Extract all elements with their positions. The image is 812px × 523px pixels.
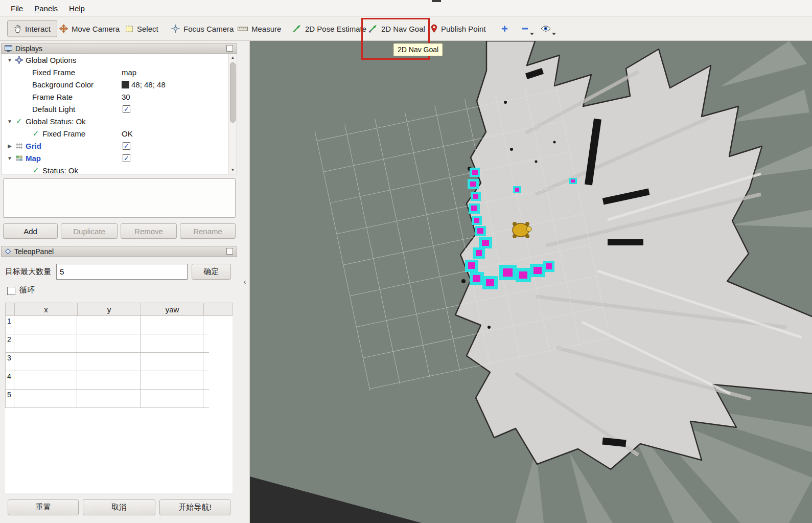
robot-model[interactable] — [513, 222, 531, 238]
zoom-in-button[interactable] — [501, 25, 508, 33]
nav-goal-tool-button[interactable]: 2D Nav Goal — [368, 25, 425, 33]
cell-y[interactable] — [77, 353, 141, 371]
scroll-up-icon[interactable]: ▲ — [229, 54, 237, 61]
cell-y[interactable] — [77, 334, 141, 352]
tree-row-global-options[interactable]: ▼ Global Options — [2, 54, 237, 66]
menu-help[interactable]: Help — [63, 2, 90, 15]
dropdown-caret-icon[interactable] — [552, 33, 556, 35]
cell-x[interactable] — [14, 353, 77, 371]
status-ok-check-icon: ✓ — [31, 129, 41, 138]
publish-point-tool-button[interactable]: Publish Point — [431, 25, 486, 33]
toolbar: Interact Move Camera Select Focus Camera… — [0, 17, 812, 41]
tree-row-frame-rate[interactable]: Frame Rate 30 — [2, 90, 237, 103]
cell-yaw[interactable] — [141, 334, 203, 352]
displays-panel-header[interactable]: Displays — [1, 43, 237, 54]
cell-y[interactable] — [77, 390, 141, 407]
ruler-icon — [238, 26, 248, 32]
menu-file[interactable]: File — [5, 2, 29, 15]
table-row: 5 — [5, 390, 209, 408]
background-color-value[interactable]: 48; 48; 48 — [131, 80, 166, 89]
plus-icon — [501, 25, 508, 33]
measure-tool-button[interactable]: Measure — [238, 25, 281, 33]
column-header-y[interactable]: y — [78, 303, 141, 315]
fixed-frame-value[interactable]: map — [122, 68, 136, 77]
default-light-checkbox[interactable]: ✓ — [123, 105, 130, 113]
tree-row-default-light[interactable]: Default Light ✓ — [2, 103, 237, 115]
tree-row-label: Frame Rate — [32, 93, 73, 101]
frame-rate-value[interactable]: 30 — [122, 93, 130, 101]
panel-float-button[interactable] — [226, 248, 233, 255]
check-icon: ✓ — [124, 143, 129, 149]
row-number: 1 — [6, 316, 14, 334]
select-tool-button[interactable]: Select — [125, 25, 158, 33]
confirm-button[interactable]: 确定 — [192, 264, 231, 280]
tree-scrollbar[interactable]: ▲ ▼ — [228, 54, 237, 174]
map-scene — [250, 41, 812, 523]
cell-yaw[interactable] — [141, 316, 203, 334]
displays-icon — [5, 45, 12, 52]
grid-enabled-checkbox[interactable]: ✓ — [123, 142, 130, 150]
status-value: OK — [122, 129, 133, 138]
tool-label: Focus Camera — [183, 25, 234, 33]
3d-viewport[interactable] — [249, 41, 812, 523]
color-swatch[interactable] — [122, 81, 129, 88]
loop-label: 循环 — [19, 285, 35, 295]
cell-y[interactable] — [77, 316, 141, 334]
panel-collapse-handle[interactable]: ‹ — [242, 274, 248, 288]
cell-x[interactable] — [14, 371, 77, 389]
zoom-out-button[interactable] — [521, 25, 529, 33]
tree-row-global-status[interactable]: ▼ ✓ Global Status: Ok — [2, 115, 237, 127]
expander-open-icon[interactable]: ▼ — [6, 155, 14, 161]
row-number: 3 — [6, 353, 14, 371]
scroll-down-icon[interactable]: ▼ — [229, 166, 237, 174]
nav-goal-arrow-icon — [368, 25, 378, 33]
tree-row-map-status[interactable]: ✓ Status: Ok — [2, 164, 237, 174]
cell-yaw[interactable] — [141, 353, 203, 371]
cell-y[interactable] — [77, 371, 141, 389]
cell-yaw[interactable] — [141, 390, 203, 407]
expander-open-icon[interactable]: ▼ — [6, 57, 14, 63]
max-goal-input[interactable] — [56, 264, 188, 280]
tree-row-fixed-frame[interactable]: Fixed Frame map — [2, 66, 237, 78]
teleop-panel-title: TeleopPanel — [14, 247, 54, 256]
tree-row-grid[interactable]: ▶ Grid ✓ — [2, 140, 237, 152]
menu-bar: File Panels Help — [0, 0, 812, 17]
teleop-panel-header[interactable]: TeleopPanel — [1, 246, 237, 257]
interact-tool-button[interactable]: Interact — [7, 20, 57, 37]
expander-open-icon[interactable]: ▼ — [6, 119, 14, 124]
menu-panels[interactable]: Panels — [29, 2, 63, 15]
remove-display-button[interactable]: Remove — [121, 223, 177, 239]
map-pin-icon — [431, 25, 437, 33]
header-filler — [204, 303, 232, 315]
add-display-button[interactable]: Add — [3, 223, 58, 239]
map-enabled-checkbox[interactable]: ✓ — [123, 154, 130, 162]
reset-button[interactable]: 重置 — [8, 499, 79, 515]
cell-x[interactable] — [14, 390, 77, 407]
tree-row-status-fixed-frame[interactable]: ✓ Fixed Frame OK — [2, 127, 237, 140]
tool-label: 2D Pose Estimate — [305, 25, 366, 33]
cell-x[interactable] — [14, 334, 77, 352]
teleop-panel-icon — [5, 248, 11, 255]
status-ok-check-icon: ✓ — [14, 117, 24, 126]
panel-float-button[interactable] — [226, 45, 233, 52]
tree-row-background-color[interactable]: Background Color 48; 48; 48 — [2, 78, 237, 90]
cancel-button[interactable]: 取消 — [83, 499, 155, 515]
rename-display-button[interactable]: Rename — [180, 223, 236, 239]
tree-row-map[interactable]: ▼ Map ✓ — [2, 152, 237, 164]
expander-closed-icon[interactable]: ▶ — [6, 143, 14, 149]
column-header-yaw[interactable]: yaw — [141, 303, 204, 315]
view-visibility-button[interactable] — [541, 25, 551, 32]
dropdown-caret-icon[interactable] — [530, 33, 534, 35]
column-header-x[interactable]: x — [15, 303, 78, 315]
loop-checkbox[interactable] — [7, 287, 15, 295]
pose-estimate-tool-button[interactable]: 2D Pose Estimate — [292, 25, 366, 33]
table-corner-cell — [6, 303, 15, 315]
cell-x[interactable] — [14, 316, 77, 334]
move-camera-tool-button[interactable]: Move Camera — [59, 25, 120, 33]
cell-yaw[interactable] — [141, 371, 203, 389]
scrollbar-thumb[interactable] — [230, 62, 236, 123]
duplicate-display-button[interactable]: Duplicate — [61, 223, 118, 239]
goal-table-header: x y yaw — [5, 303, 233, 316]
focus-camera-tool-button[interactable]: Focus Camera — [171, 25, 234, 33]
start-navigation-button[interactable]: 开始导航! — [159, 499, 230, 515]
